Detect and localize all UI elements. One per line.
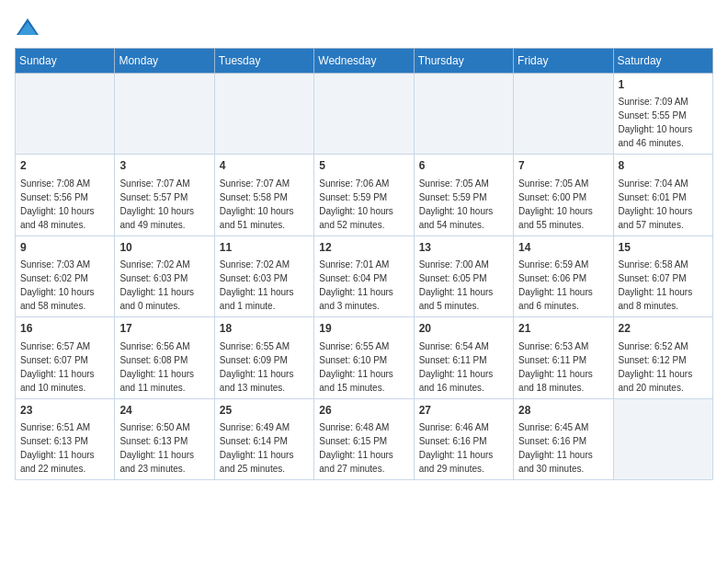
day-info: Sunrise: 6:58 AMSunset: 6:07 PMDaylight:… bbox=[619, 258, 708, 313]
calendar-week-5: 23Sunrise: 6:51 AMSunset: 6:13 PMDayligh… bbox=[16, 398, 713, 479]
calendar-cell: 15Sunrise: 6:58 AMSunset: 6:07 PMDayligh… bbox=[613, 236, 712, 316]
day-number: 8 bbox=[619, 158, 708, 174]
day-number: 6 bbox=[419, 158, 508, 174]
calendar-week-4: 16Sunrise: 6:57 AMSunset: 6:07 PMDayligh… bbox=[16, 317, 713, 398]
calendar-cell: 12Sunrise: 7:01 AMSunset: 6:04 PMDayligh… bbox=[314, 236, 414, 316]
day-info: Sunrise: 6:54 AMSunset: 6:11 PMDaylight:… bbox=[419, 339, 508, 395]
day-info: Sunrise: 6:50 AMSunset: 6:13 PMDaylight:… bbox=[119, 420, 209, 476]
day-header-friday: Friday bbox=[514, 49, 613, 74]
day-number: 20 bbox=[419, 321, 508, 337]
calendar-week-3: 9Sunrise: 7:03 AMSunset: 6:02 PMDaylight… bbox=[16, 236, 713, 316]
day-info: Sunrise: 6:46 AMSunset: 6:16 PMDaylight:… bbox=[419, 420, 508, 476]
day-number: 18 bbox=[220, 321, 309, 337]
day-info: Sunrise: 7:02 AMSunset: 6:03 PMDaylight:… bbox=[220, 258, 309, 313]
logo bbox=[15, 15, 44, 40]
day-info: Sunrise: 7:05 AMSunset: 6:00 PMDaylight:… bbox=[518, 177, 608, 232]
calendar-cell: 11Sunrise: 7:02 AMSunset: 6:03 PMDayligh… bbox=[214, 236, 313, 316]
calendar-cell bbox=[613, 398, 712, 479]
calendar-cell: 1Sunrise: 7:09 AMSunset: 5:55 PMDaylight… bbox=[613, 74, 712, 155]
day-header-tuesday: Tuesday bbox=[214, 49, 313, 74]
day-info: Sunrise: 7:02 AMSunset: 6:03 PMDaylight:… bbox=[119, 258, 209, 313]
day-info: Sunrise: 6:48 AMSunset: 6:15 PMDaylight:… bbox=[319, 420, 408, 476]
day-info: Sunrise: 7:07 AMSunset: 5:57 PMDaylight:… bbox=[119, 177, 209, 232]
day-number: 14 bbox=[518, 240, 608, 256]
calendar-cell bbox=[414, 74, 513, 155]
day-info: Sunrise: 6:55 AMSunset: 6:09 PMDaylight:… bbox=[220, 339, 309, 395]
calendar-cell: 20Sunrise: 6:54 AMSunset: 6:11 PMDayligh… bbox=[414, 317, 513, 398]
calendar-cell: 16Sunrise: 6:57 AMSunset: 6:07 PMDayligh… bbox=[16, 317, 115, 398]
day-number: 1 bbox=[619, 77, 708, 93]
day-number: 24 bbox=[119, 403, 209, 419]
day-info: Sunrise: 7:04 AMSunset: 6:01 PMDaylight:… bbox=[619, 177, 708, 232]
day-number: 26 bbox=[319, 403, 408, 419]
day-number: 11 bbox=[220, 240, 309, 256]
calendar-cell: 26Sunrise: 6:48 AMSunset: 6:15 PMDayligh… bbox=[314, 398, 414, 479]
calendar-cell: 21Sunrise: 6:53 AMSunset: 6:11 PMDayligh… bbox=[514, 317, 613, 398]
day-header-thursday: Thursday bbox=[414, 49, 513, 74]
page-header bbox=[15, 15, 713, 40]
day-number: 27 bbox=[419, 403, 508, 419]
day-number: 7 bbox=[518, 158, 608, 174]
day-number: 15 bbox=[619, 240, 708, 256]
day-info: Sunrise: 6:52 AMSunset: 6:12 PMDaylight:… bbox=[619, 339, 708, 395]
day-number: 19 bbox=[319, 321, 408, 337]
calendar-cell: 24Sunrise: 6:50 AMSunset: 6:13 PMDayligh… bbox=[115, 398, 214, 479]
calendar-cell bbox=[214, 74, 313, 155]
calendar-cell bbox=[115, 74, 214, 155]
calendar-cell: 27Sunrise: 6:46 AMSunset: 6:16 PMDayligh… bbox=[414, 398, 513, 479]
day-info: Sunrise: 7:00 AMSunset: 6:05 PMDaylight:… bbox=[419, 258, 508, 313]
calendar-cell: 23Sunrise: 6:51 AMSunset: 6:13 PMDayligh… bbox=[16, 398, 115, 479]
calendar-cell: 17Sunrise: 6:56 AMSunset: 6:08 PMDayligh… bbox=[115, 317, 214, 398]
day-number: 4 bbox=[220, 158, 309, 174]
calendar-cell: 13Sunrise: 7:00 AMSunset: 6:05 PMDayligh… bbox=[414, 236, 513, 316]
calendar-cell: 10Sunrise: 7:02 AMSunset: 6:03 PMDayligh… bbox=[115, 236, 214, 316]
day-number: 9 bbox=[20, 240, 109, 256]
calendar-cell: 19Sunrise: 6:55 AMSunset: 6:10 PMDayligh… bbox=[314, 317, 414, 398]
calendar-cell: 25Sunrise: 6:49 AMSunset: 6:14 PMDayligh… bbox=[214, 398, 313, 479]
day-info: Sunrise: 6:59 AMSunset: 6:06 PMDaylight:… bbox=[518, 258, 608, 313]
calendar-week-2: 2Sunrise: 7:08 AMSunset: 5:56 PMDaylight… bbox=[16, 155, 713, 236]
calendar-cell: 2Sunrise: 7:08 AMSunset: 5:56 PMDaylight… bbox=[16, 155, 115, 236]
calendar-cell bbox=[514, 74, 613, 155]
logo-icon bbox=[15, 15, 40, 40]
day-header-sunday: Sunday bbox=[16, 49, 115, 74]
day-info: Sunrise: 7:07 AMSunset: 5:58 PMDaylight:… bbox=[220, 177, 309, 232]
day-info: Sunrise: 6:49 AMSunset: 6:14 PMDaylight:… bbox=[220, 420, 309, 476]
day-number: 22 bbox=[619, 321, 708, 337]
calendar-week-1: 1Sunrise: 7:09 AMSunset: 5:55 PMDaylight… bbox=[16, 74, 713, 155]
day-info: Sunrise: 6:57 AMSunset: 6:07 PMDaylight:… bbox=[20, 339, 109, 395]
calendar-cell: 5Sunrise: 7:06 AMSunset: 5:59 PMDaylight… bbox=[314, 155, 414, 236]
calendar-cell: 7Sunrise: 7:05 AMSunset: 6:00 PMDaylight… bbox=[514, 155, 613, 236]
calendar-cell: 14Sunrise: 6:59 AMSunset: 6:06 PMDayligh… bbox=[514, 236, 613, 316]
day-info: Sunrise: 7:03 AMSunset: 6:02 PMDaylight:… bbox=[20, 258, 109, 313]
day-header-wednesday: Wednesday bbox=[314, 49, 414, 74]
calendar-cell: 22Sunrise: 6:52 AMSunset: 6:12 PMDayligh… bbox=[613, 317, 712, 398]
calendar-cell: 18Sunrise: 6:55 AMSunset: 6:09 PMDayligh… bbox=[214, 317, 313, 398]
calendar-header-row: SundayMondayTuesdayWednesdayThursdayFrid… bbox=[16, 49, 713, 74]
day-info: Sunrise: 7:05 AMSunset: 5:59 PMDaylight:… bbox=[419, 177, 508, 232]
calendar-cell: 6Sunrise: 7:05 AMSunset: 5:59 PMDaylight… bbox=[414, 155, 513, 236]
day-info: Sunrise: 7:01 AMSunset: 6:04 PMDaylight:… bbox=[319, 258, 408, 313]
calendar-cell bbox=[314, 74, 414, 155]
day-info: Sunrise: 6:53 AMSunset: 6:11 PMDaylight:… bbox=[518, 339, 608, 395]
day-number: 17 bbox=[119, 321, 209, 337]
calendar-table: SundayMondayTuesdayWednesdayThursdayFrid… bbox=[15, 48, 713, 480]
day-number: 16 bbox=[20, 321, 109, 337]
day-number: 23 bbox=[20, 403, 109, 419]
day-number: 10 bbox=[119, 240, 209, 256]
day-info: Sunrise: 7:06 AMSunset: 5:59 PMDaylight:… bbox=[319, 177, 408, 232]
day-number: 25 bbox=[220, 403, 309, 419]
day-info: Sunrise: 6:51 AMSunset: 6:13 PMDaylight:… bbox=[20, 420, 109, 476]
day-info: Sunrise: 6:55 AMSunset: 6:10 PMDaylight:… bbox=[319, 339, 408, 395]
day-info: Sunrise: 7:08 AMSunset: 5:56 PMDaylight:… bbox=[20, 177, 109, 232]
day-number: 2 bbox=[20, 158, 109, 174]
calendar-cell bbox=[16, 74, 115, 155]
day-header-saturday: Saturday bbox=[613, 49, 712, 74]
calendar-cell: 4Sunrise: 7:07 AMSunset: 5:58 PMDaylight… bbox=[214, 155, 313, 236]
day-number: 28 bbox=[518, 403, 608, 419]
calendar-cell: 9Sunrise: 7:03 AMSunset: 6:02 PMDaylight… bbox=[16, 236, 115, 316]
calendar-cell: 8Sunrise: 7:04 AMSunset: 6:01 PMDaylight… bbox=[613, 155, 712, 236]
day-info: Sunrise: 6:45 AMSunset: 6:16 PMDaylight:… bbox=[518, 420, 608, 476]
day-number: 3 bbox=[119, 158, 209, 174]
calendar-cell: 3Sunrise: 7:07 AMSunset: 5:57 PMDaylight… bbox=[115, 155, 214, 236]
